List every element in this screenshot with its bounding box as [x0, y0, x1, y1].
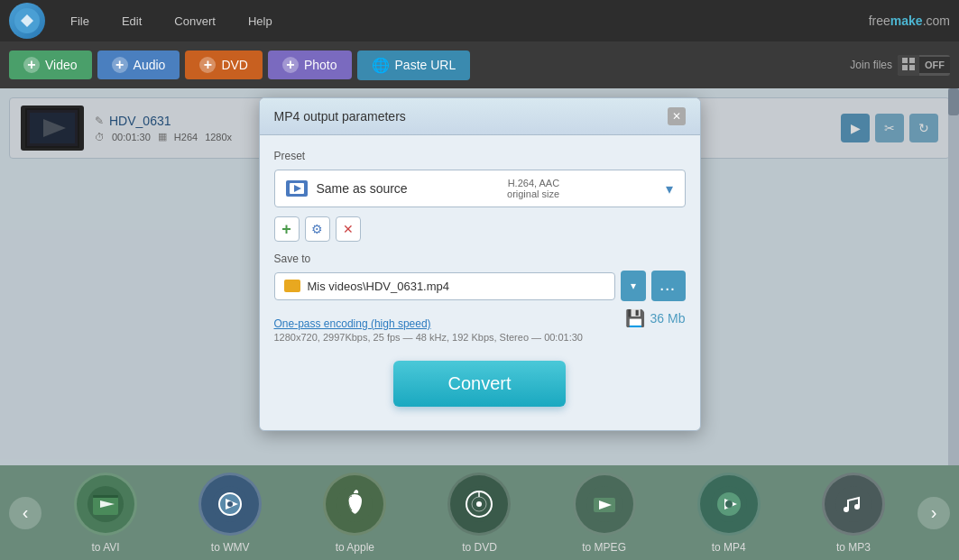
svg-point-30 — [725, 500, 733, 508]
preset-icon — [286, 180, 308, 197]
mp4-label: to MP4 — [712, 541, 746, 554]
save-path-display: Mis videos\HDV_0631.mp4 — [274, 272, 615, 300]
avi-icon — [74, 473, 137, 536]
mp3-label: to MP3 — [836, 541, 871, 554]
convert-button-row: Convert — [274, 361, 686, 407]
join-files-control: Join files OFF — [850, 55, 950, 76]
encoding-details: 1280x720, 2997Kbps, 25 fps — 48 kHz, 192… — [274, 332, 583, 343]
file-size-display: 💾 36 Mb — [625, 308, 686, 328]
mp4-icon — [697, 473, 761, 536]
svg-point-31 — [835, 486, 871, 522]
wmv-label: to WMV — [211, 541, 250, 554]
dvd-label: DVD — [221, 58, 248, 72]
svg-rect-4 — [909, 65, 915, 70]
svg-point-33 — [854, 504, 860, 510]
menu-file[interactable]: File — [63, 11, 97, 32]
grid-icon — [898, 55, 919, 76]
save-path-text: Mis videos\HDV_0631.mp4 — [308, 280, 450, 293]
audio-button[interactable]: + Audio — [97, 50, 180, 79]
save-dropdown-button[interactable]: ▾ — [621, 271, 646, 301]
menu-edit[interactable]: Edit — [115, 11, 149, 32]
edit-preset-button[interactable]: ⚙ — [305, 216, 330, 242]
format-avi[interactable]: to AVI — [67, 467, 144, 559]
mpeg-label: to MPEG — [582, 541, 626, 554]
modal-header: MP4 output parameters ✕ — [260, 98, 700, 135]
format-apple[interactable]: to Apple — [316, 467, 393, 559]
globe-icon: 🌐 — [372, 57, 390, 74]
toolbar: + Video + Audio + DVD + Photo 🌐 Paste UR… — [0, 41, 959, 88]
audio-plus-icon: + — [112, 57, 128, 73]
menu-bar: File Edit Convert Help freemake.com — [0, 0, 959, 41]
encoding-link[interactable]: One-pass encoding (high speed) — [274, 317, 583, 330]
svg-point-18 — [227, 501, 233, 507]
dropdown-arrow-icon: ▾ — [666, 180, 673, 197]
menu-help[interactable]: Help — [241, 11, 280, 32]
folder-icon — [284, 280, 300, 292]
file-size-value: 36 Mb — [650, 311, 686, 326]
format-dvd[interactable]: to DVD — [440, 467, 518, 559]
modal-close-button[interactable]: ✕ — [668, 107, 686, 125]
wmv-icon — [198, 473, 262, 536]
preset-label: Preset — [274, 150, 686, 162]
mpeg-icon — [573, 473, 636, 536]
save-browse-button[interactable]: ... — [651, 271, 686, 301]
url-label: Paste URL — [395, 58, 456, 72]
menu-convert[interactable]: Convert — [167, 11, 223, 32]
photo-button[interactable]: + Photo — [268, 50, 352, 79]
audio-label: Audio — [134, 58, 166, 72]
video-label: Video — [45, 58, 78, 72]
join-toggle[interactable]: OFF — [898, 55, 950, 76]
save-to-row: Mis videos\HDV_0631.mp4 ▾ ... — [274, 271, 686, 301]
avi-label: to AVI — [91, 541, 119, 554]
svg-point-23 — [476, 501, 482, 507]
preset-name: Same as source — [317, 181, 408, 196]
svg-rect-2 — [909, 58, 915, 63]
photo-plus-icon: + — [282, 57, 299, 73]
dvd-icon — [447, 473, 511, 536]
dvd-button[interactable]: + DVD — [185, 50, 263, 79]
delete-preset-button[interactable]: ✕ — [336, 216, 361, 242]
svg-rect-3 — [902, 65, 908, 70]
format-mp3[interactable]: to MP3 — [815, 467, 892, 559]
preset-details: H.264, AAC original size — [507, 178, 559, 199]
format-items: to AVI to WMV — [45, 467, 914, 559]
preset-select[interactable]: Same as source H.264, AAC original size … — [274, 170, 686, 207]
video-button[interactable]: + Video — [9, 50, 92, 79]
preset-left: Same as source — [286, 180, 408, 197]
main-area: ✎ HDV_0631 ⏱ 00:01:30 ▦ H264 1280x ▶ ✂ ↻… — [0, 88, 959, 465]
add-preset-button[interactable]: + — [274, 216, 300, 242]
preset-codec: H.264, AAC — [507, 178, 559, 188]
apple-label: to Apple — [336, 541, 374, 554]
preset-size: original size — [507, 188, 559, 199]
format-mp4[interactable]: to MP4 — [690, 467, 768, 559]
dvd-plus-icon: + — [199, 57, 216, 73]
svg-rect-1 — [902, 58, 908, 63]
output-params-modal: MP4 output parameters ✕ Preset Same as s… — [259, 97, 701, 431]
url-button[interactable]: 🌐 Paste URL — [357, 50, 471, 80]
disk-icon: 💾 — [625, 308, 645, 328]
toggle-off-label: OFF — [919, 57, 950, 73]
svg-point-32 — [844, 507, 849, 512]
encoding-info-block: One-pass encoding (high speed) 1280x720,… — [274, 308, 583, 343]
next-format-button[interactable]: › — [918, 497, 950, 529]
modal-body: Preset Same as source H.264, AAC — [260, 135, 700, 430]
app-logo — [9, 3, 45, 39]
dvd-label: to DVD — [462, 541, 497, 554]
save-to-label: Save to — [274, 252, 686, 265]
brand: freemake.com — [869, 14, 950, 28]
modal-overlay: MP4 output parameters ✕ Preset Same as s… — [0, 88, 959, 465]
svg-rect-14 — [93, 495, 118, 498]
format-wmv[interactable]: to WMV — [191, 467, 269, 559]
preset-actions: + ⚙ ✕ — [274, 216, 686, 242]
encoding-row: One-pass encoding (high speed) 1280x720,… — [274, 308, 686, 343]
modal-title: MP4 output parameters — [274, 109, 406, 124]
format-mpeg[interactable]: to MPEG — [566, 467, 643, 559]
photo-label: Photo — [304, 58, 337, 72]
video-plus-icon: + — [23, 57, 40, 73]
mp3-icon — [822, 473, 885, 536]
prev-format-button[interactable]: ‹ — [9, 497, 41, 529]
format-bar: ‹ to AVI — [0, 465, 959, 560]
convert-button[interactable]: Convert — [393, 361, 565, 407]
join-files-label: Join files — [850, 59, 892, 71]
apple-icon — [323, 473, 386, 536]
